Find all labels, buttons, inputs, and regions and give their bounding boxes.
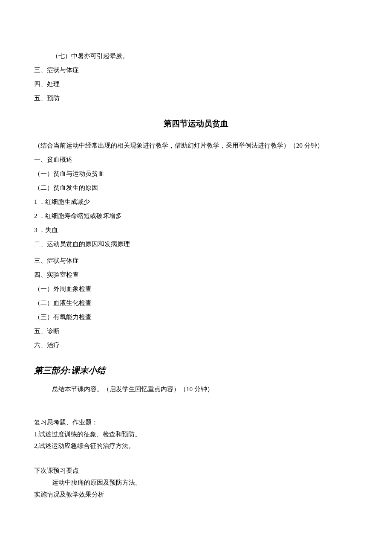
s4-heading-3: 三、症状与体症 xyxy=(34,254,358,268)
s4-sub-1-1: （一）贫血与运动员贫血 xyxy=(34,167,358,181)
outline-heading-4: 四、处理 xyxy=(34,77,358,91)
outline-heading-5: 五、预防 xyxy=(34,91,358,105)
part-3-heading: 第三部分:课末小结 xyxy=(34,361,358,380)
outline-heading-3: 三、症状与体症 xyxy=(34,63,358,77)
s4-sub-1-2: （二）贫血发生的原因 xyxy=(34,181,358,195)
outline-item-7: （七）中暑亦可引起晕厥。 xyxy=(34,49,358,63)
s4-heading-4: 四、实验室检查 xyxy=(34,268,358,282)
s4-list-1: 1 ．红细胞生成减少 xyxy=(34,195,358,209)
section-4-title: 第四节运动员贫血 xyxy=(34,115,358,133)
next-title: 下次课预习要点 xyxy=(34,465,358,477)
s4-sub-4-3: （三）有氧能力检查 xyxy=(34,310,358,324)
s4-list-3: 3 ．失血 xyxy=(34,223,358,237)
s4-heading-6: 六、治疗 xyxy=(34,338,358,352)
next-content: 运动中腹痛的原因及预防方法。 xyxy=(34,477,358,489)
review-q2: 2,试述运动应急综合征的治疗方法。 xyxy=(34,440,358,452)
section-4-note: （结合当前运动中经常出现的相关现象进行教学，借助幻灯片教学，采用举例法进行教学）… xyxy=(34,139,358,153)
review-title: 复习思考题、作业题： xyxy=(34,417,358,429)
review-q1: 1,试述过度训练的征象、检查和预防。 xyxy=(34,429,358,441)
s4-sub-4-1: （一）外周血象检查 xyxy=(34,282,358,296)
part-3-summary: 总结本节课内容。（启发学生回忆重点内容）（10 分钟） xyxy=(34,382,358,396)
s4-heading-1: 一、贫血概述 xyxy=(34,153,358,167)
document-page: （七）中暑亦可引起晕厥。 三、症状与体症 四、处理 五、预防 第四节运动员贫血 … xyxy=(0,0,392,535)
next-block: 下次课预习要点 运动中腹痛的原因及预防方法。 实施情况及教学效果分析 xyxy=(34,465,358,500)
s4-heading-5: 五、诊断 xyxy=(34,324,358,338)
s4-heading-2: 二、运动员贫血的原因和发病原理 xyxy=(34,237,358,251)
s4-sub-4-2: （二）血液生化检查 xyxy=(34,296,358,310)
review-block: 复习思考题、作业题： 1,试述过度训练的征象、检查和预防。 2,试述运动应急综合… xyxy=(34,417,358,452)
s4-list-2: 2 ．红细胞寿命缩短或破坏增多 xyxy=(34,209,358,223)
implementation-line: 实施情况及教学效果分析 xyxy=(34,489,358,501)
